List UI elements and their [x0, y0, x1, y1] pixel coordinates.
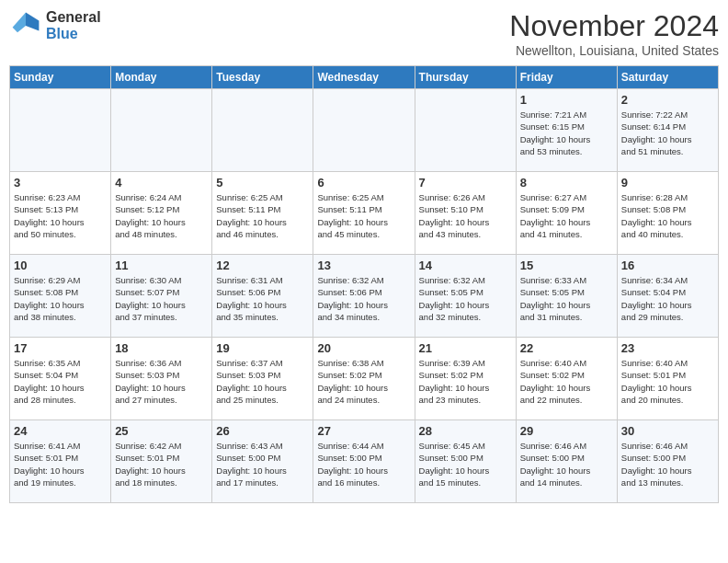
- calendar-cell: 28Sunrise: 6:45 AM Sunset: 5:00 PM Dayli…: [415, 420, 516, 503]
- day-info: Sunrise: 6:40 AM Sunset: 5:01 PM Dayligh…: [621, 357, 714, 406]
- calendar-cell: 7Sunrise: 6:26 AM Sunset: 5:10 PM Daylig…: [415, 172, 516, 255]
- calendar-cell: [10, 89, 111, 172]
- calendar-cell: [415, 89, 516, 172]
- day-info: Sunrise: 6:41 AM Sunset: 5:01 PM Dayligh…: [14, 440, 107, 488]
- day-number: 27: [317, 424, 410, 438]
- calendar-cell: 10Sunrise: 6:29 AM Sunset: 5:08 PM Dayli…: [10, 255, 111, 338]
- logo-general: General: [46, 9, 101, 26]
- calendar-cell: 29Sunrise: 6:46 AM Sunset: 5:00 PM Dayli…: [516, 420, 617, 503]
- day-number: 14: [419, 259, 512, 272]
- calendar-cell: 16Sunrise: 6:34 AM Sunset: 5:04 PM Dayli…: [617, 255, 718, 338]
- calendar-cell: 23Sunrise: 6:40 AM Sunset: 5:01 PM Dayli…: [617, 338, 718, 420]
- day-header-friday: Friday: [516, 66, 617, 89]
- day-number: 6: [317, 176, 410, 190]
- day-number: 2: [621, 93, 714, 107]
- day-info: Sunrise: 6:39 AM Sunset: 5:02 PM Dayligh…: [419, 357, 512, 406]
- calendar-cell: 11Sunrise: 6:30 AM Sunset: 5:07 PM Dayli…: [111, 255, 212, 338]
- calendar-week-row: 10Sunrise: 6:29 AM Sunset: 5:08 PM Dayli…: [10, 255, 719, 338]
- day-info: Sunrise: 7:22 AM Sunset: 6:14 PM Dayligh…: [621, 109, 714, 157]
- title-block: November 2024 Newellton, Louisiana, Unit…: [509, 9, 719, 58]
- day-info: Sunrise: 6:36 AM Sunset: 5:03 PM Dayligh…: [115, 357, 208, 406]
- day-number: 4: [115, 176, 208, 190]
- day-info: Sunrise: 7:21 AM Sunset: 6:15 PM Dayligh…: [520, 109, 613, 157]
- day-header-monday: Monday: [111, 66, 212, 89]
- day-number: 7: [419, 176, 512, 190]
- day-number: 24: [14, 424, 107, 438]
- calendar-cell: 20Sunrise: 6:38 AM Sunset: 5:02 PM Dayli…: [313, 338, 415, 420]
- day-number: 29: [520, 424, 613, 438]
- calendar-cell: 2Sunrise: 7:22 AM Sunset: 6:14 PM Daylig…: [617, 89, 718, 172]
- day-number: 5: [216, 176, 309, 190]
- calendar-cell: 21Sunrise: 6:39 AM Sunset: 5:02 PM Dayli…: [415, 338, 516, 420]
- day-info: Sunrise: 6:46 AM Sunset: 5:00 PM Dayligh…: [520, 440, 613, 488]
- day-info: Sunrise: 6:29 AM Sunset: 5:08 PM Dayligh…: [14, 274, 107, 323]
- calendar-cell: 27Sunrise: 6:44 AM Sunset: 5:00 PM Dayli…: [313, 420, 415, 503]
- calendar-table: SundayMondayTuesdayWednesdayThursdayFrid…: [9, 65, 719, 503]
- day-number: 17: [14, 341, 107, 355]
- day-number: 8: [520, 176, 613, 190]
- day-header-thursday: Thursday: [415, 66, 516, 89]
- day-number: 12: [216, 259, 309, 272]
- day-info: Sunrise: 6:34 AM Sunset: 5:04 PM Dayligh…: [621, 274, 714, 323]
- day-info: Sunrise: 6:45 AM Sunset: 5:00 PM Dayligh…: [419, 440, 512, 488]
- page-header: General Blue November 2024 Newellton, Lo…: [9, 9, 719, 58]
- calendar-cell: 14Sunrise: 6:32 AM Sunset: 5:05 PM Dayli…: [415, 255, 516, 338]
- day-header-wednesday: Wednesday: [313, 66, 415, 89]
- day-number: 3: [14, 176, 107, 190]
- day-number: 15: [520, 259, 613, 272]
- calendar-cell: 13Sunrise: 6:32 AM Sunset: 5:06 PM Dayli…: [313, 255, 415, 338]
- day-number: 30: [621, 424, 714, 438]
- day-info: Sunrise: 6:38 AM Sunset: 5:02 PM Dayligh…: [317, 357, 410, 406]
- day-info: Sunrise: 6:43 AM Sunset: 5:00 PM Dayligh…: [216, 440, 309, 488]
- day-number: 25: [115, 424, 208, 438]
- day-number: 20: [317, 341, 410, 355]
- logo-blue: Blue: [46, 26, 101, 42]
- calendar-cell: 5Sunrise: 6:25 AM Sunset: 5:11 PM Daylig…: [212, 172, 313, 255]
- calendar-week-row: 3Sunrise: 6:23 AM Sunset: 5:13 PM Daylig…: [10, 172, 719, 255]
- day-number: 9: [621, 176, 714, 190]
- day-header-sunday: Sunday: [10, 66, 111, 89]
- day-header-saturday: Saturday: [617, 66, 718, 89]
- day-info: Sunrise: 6:26 AM Sunset: 5:10 PM Dayligh…: [419, 191, 512, 240]
- calendar-cell: 17Sunrise: 6:35 AM Sunset: 5:04 PM Dayli…: [10, 338, 111, 420]
- calendar-cell: 30Sunrise: 6:46 AM Sunset: 5:00 PM Dayli…: [617, 420, 718, 503]
- logo: General Blue: [9, 9, 101, 42]
- day-number: 19: [216, 341, 309, 355]
- calendar-week-row: 24Sunrise: 6:41 AM Sunset: 5:01 PM Dayli…: [10, 420, 719, 503]
- day-info: Sunrise: 6:28 AM Sunset: 5:08 PM Dayligh…: [621, 191, 714, 240]
- day-number: 13: [317, 259, 410, 272]
- day-info: Sunrise: 6:23 AM Sunset: 5:13 PM Dayligh…: [14, 191, 107, 240]
- calendar-cell: 18Sunrise: 6:36 AM Sunset: 5:03 PM Dayli…: [111, 338, 212, 420]
- svg-marker-0: [26, 13, 39, 31]
- day-info: Sunrise: 6:31 AM Sunset: 5:06 PM Dayligh…: [216, 274, 309, 323]
- day-info: Sunrise: 6:27 AM Sunset: 5:09 PM Dayligh…: [520, 191, 613, 240]
- day-number: 11: [115, 259, 208, 272]
- day-header-tuesday: Tuesday: [212, 66, 313, 89]
- calendar-cell: [212, 89, 313, 172]
- calendar-cell: 6Sunrise: 6:25 AM Sunset: 5:11 PM Daylig…: [313, 172, 415, 255]
- calendar-cell: 9Sunrise: 6:28 AM Sunset: 5:08 PM Daylig…: [617, 172, 718, 255]
- day-number: 28: [419, 424, 512, 438]
- day-number: 16: [621, 259, 714, 272]
- calendar-cell: 8Sunrise: 6:27 AM Sunset: 5:09 PM Daylig…: [516, 172, 617, 255]
- calendar-cell: 4Sunrise: 6:24 AM Sunset: 5:12 PM Daylig…: [111, 172, 212, 255]
- day-number: 1: [520, 93, 613, 107]
- day-number: 10: [14, 259, 107, 272]
- calendar-cell: 3Sunrise: 6:23 AM Sunset: 5:13 PM Daylig…: [10, 172, 111, 255]
- calendar-cell: 26Sunrise: 6:43 AM Sunset: 5:00 PM Dayli…: [212, 420, 313, 503]
- location-subtitle: Newellton, Louisiana, United States: [509, 43, 719, 58]
- day-info: Sunrise: 6:42 AM Sunset: 5:01 PM Dayligh…: [115, 440, 208, 488]
- day-number: 18: [115, 341, 208, 355]
- calendar-cell: 25Sunrise: 6:42 AM Sunset: 5:01 PM Dayli…: [111, 420, 212, 503]
- month-title: November 2024: [509, 9, 719, 43]
- calendar-cell: 15Sunrise: 6:33 AM Sunset: 5:05 PM Dayli…: [516, 255, 617, 338]
- day-info: Sunrise: 6:44 AM Sunset: 5:00 PM Dayligh…: [317, 440, 410, 488]
- day-info: Sunrise: 6:32 AM Sunset: 5:06 PM Dayligh…: [317, 274, 410, 323]
- day-info: Sunrise: 6:46 AM Sunset: 5:00 PM Dayligh…: [621, 440, 714, 488]
- calendar-header-row: SundayMondayTuesdayWednesdayThursdayFrid…: [10, 66, 719, 89]
- day-info: Sunrise: 6:30 AM Sunset: 5:07 PM Dayligh…: [115, 274, 208, 323]
- calendar-cell: 24Sunrise: 6:41 AM Sunset: 5:01 PM Dayli…: [10, 420, 111, 503]
- day-info: Sunrise: 6:32 AM Sunset: 5:05 PM Dayligh…: [419, 274, 512, 323]
- day-info: Sunrise: 6:40 AM Sunset: 5:02 PM Dayligh…: [520, 357, 613, 406]
- day-number: 21: [419, 341, 512, 355]
